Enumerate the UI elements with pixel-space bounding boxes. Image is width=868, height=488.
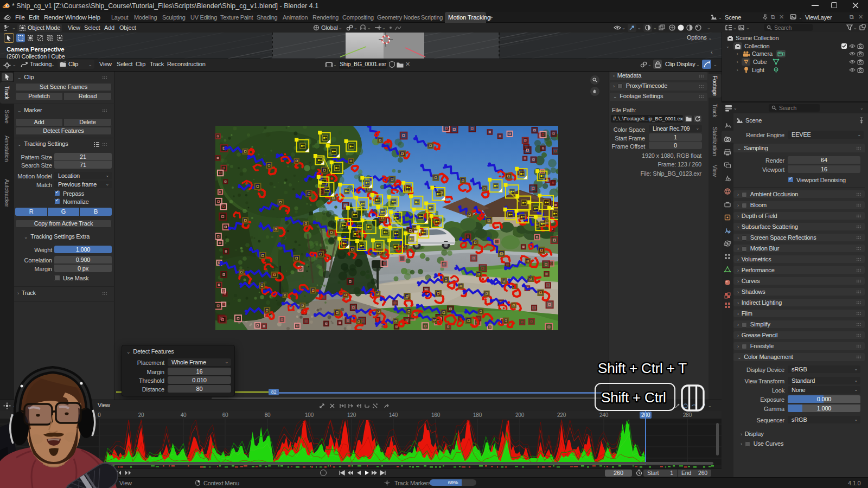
svg-text:Shift + Ctrl + T: Shift + Ctrl + T: [598, 360, 687, 376]
svg-text:Shift + Ctrl: Shift + Ctrl: [601, 389, 666, 406]
